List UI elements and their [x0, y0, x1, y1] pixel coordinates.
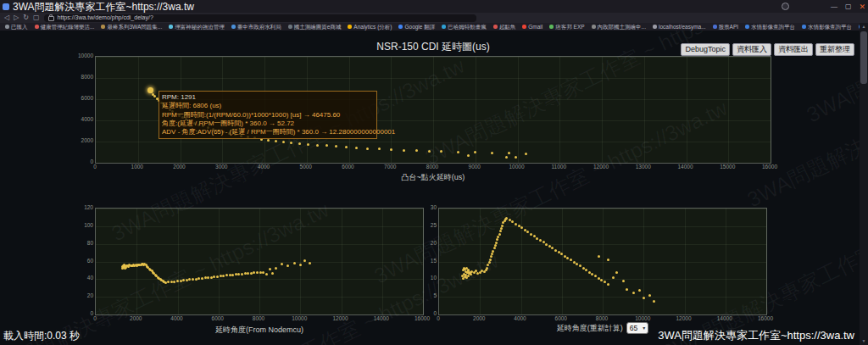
data-export-button[interactable]: 資料匯出 [774, 43, 813, 56]
bookmark-item[interactable]: Google 翻譯 [398, 24, 435, 31]
bookmark-label: 最棒系列3WA問題集... [107, 24, 162, 31]
bookmark-item[interactable]: 起點魚 [493, 24, 516, 31]
data-point [335, 145, 337, 147]
bookmark-item[interactable]: 臺中市政府水利局 [231, 24, 281, 31]
data-point [643, 297, 645, 299]
x-tick-label: 8000 [245, 315, 272, 322]
scrollbar-thumb[interactable] [860, 31, 867, 84]
data-point [536, 237, 538, 240]
data-point [520, 226, 523, 229]
right-chart-plot[interactable] [438, 208, 767, 315]
window-titlebar: 3WA問題解決專家工作室~https://3wa.tw — ▢ ✕ [0, 0, 868, 13]
data-point [626, 288, 628, 291]
bookmark-item[interactable]: 水情影像查詢平台 [745, 24, 795, 31]
bookmark-item[interactable]: 巴哈姆特動畫瘋 [442, 24, 487, 31]
maximize-button[interactable]: ▢ [845, 3, 852, 10]
data-point [403, 149, 405, 152]
scroll-up-icon[interactable]: ▲ [860, 23, 868, 31]
data-point [505, 156, 508, 159]
bookmark-item[interactable]: 水情影像查詢平台 [802, 24, 852, 31]
data-point [307, 143, 309, 146]
bookmark-favicon-icon [493, 25, 498, 29]
refresh-button[interactable]: 重新整理 [815, 43, 854, 56]
data-point [167, 281, 170, 283]
bookmark-item[interactable]: 健康管理紀錄簿樂活... [35, 24, 95, 31]
bookmark-label: 起點魚 [499, 24, 516, 31]
data-point [518, 225, 520, 227]
y-tick-label: 10000 [68, 53, 93, 59]
left-chart-plot[interactable] [95, 208, 424, 315]
x-tick-label: 5000 [292, 164, 320, 170]
data-point [612, 276, 615, 279]
data-point [515, 223, 517, 225]
y-tick-label: 0 [68, 159, 93, 165]
data-point [489, 259, 492, 261]
data-point [594, 275, 597, 277]
data-point [491, 253, 493, 255]
debugtopic-button[interactable]: DebugTopic [681, 43, 730, 56]
bookmark-item[interactable]: 最棒系列3WA問題集... [101, 24, 162, 31]
data-point [526, 231, 529, 233]
data-point [345, 146, 348, 148]
x-tick-label: 4000 [164, 315, 191, 322]
back-icon[interactable]: ◁ [4, 14, 9, 22]
bookmark-item[interactable]: 國土測繪圖資e商城 [288, 24, 342, 31]
bookmark-item[interactable]: 已匯入 [5, 24, 28, 31]
data-point [378, 147, 381, 150]
adv-select[interactable]: 65 ▾ [626, 322, 648, 334]
data-point [173, 281, 175, 283]
bookmark-favicon-icon [398, 25, 403, 29]
data-point [271, 272, 274, 275]
bookmark-item[interactable]: Gmail [522, 24, 542, 31]
bookmark-label: 痞客邦 EXP [555, 24, 584, 31]
bookmark-favicon-icon [288, 25, 292, 29]
data-point [551, 247, 554, 249]
account-icon[interactable] [782, 3, 789, 10]
data-import-button[interactable]: 資料匯入 [732, 43, 771, 56]
x-tick-label: 8000 [419, 164, 446, 170]
data-point [440, 150, 442, 153]
data-point [195, 278, 198, 281]
data-point [164, 281, 167, 284]
scroll-down-icon[interactable]: ▼ [860, 337, 868, 345]
bookmark-favicon-icon [745, 25, 749, 29]
bookmark-item[interactable]: localhost/easyma... [653, 24, 706, 31]
close-button[interactable]: ✕ [859, 3, 865, 11]
y-tick-label: 0 [411, 310, 437, 317]
bookmark-favicon-icon [35, 25, 39, 29]
url-bar[interactable]: https://3wa.tw/demo/php/cdi_delay/? [44, 14, 476, 22]
data-point [585, 269, 587, 271]
data-point [615, 271, 618, 274]
minimize-button[interactable]: — [831, 3, 837, 10]
data-point [186, 279, 188, 281]
data-point [582, 267, 585, 270]
y-tick-label: 10 [411, 275, 437, 281]
data-point [275, 267, 277, 270]
forward-icon[interactable]: ▷ [14, 14, 19, 22]
data-point [216, 275, 219, 278]
y-tick-label: 30 [411, 204, 437, 211]
data-point [545, 243, 548, 246]
data-point [579, 264, 581, 267]
data-point [275, 140, 277, 142]
x-tick-label: 13000 [630, 164, 657, 170]
bookmark-label: Analytics (分析) [353, 24, 392, 31]
scrollbar[interactable]: ▲ ▼ [860, 23, 868, 345]
bookmark-favicon-icon [442, 25, 446, 29]
y-tick-label: 20 [411, 240, 437, 247]
bookmark-item[interactable]: Analytics (分析) [348, 24, 392, 31]
data-point [180, 280, 182, 282]
bookmark-item[interactable]: 內政部國土測繪中... [592, 24, 646, 31]
x-tick-label: 2000 [122, 315, 149, 322]
data-point [309, 262, 311, 264]
bookmark-item[interactable]: 理富神秘的強迫管理 [169, 24, 225, 31]
x-tick-label: 9000 [461, 164, 488, 170]
bookmark-item[interactable]: 股票API [713, 24, 738, 31]
bookmark-favicon-icon [549, 25, 554, 29]
y-tick-label: 6000 [68, 95, 93, 102]
bookmark-item[interactable]: 痞客邦 EXP [549, 24, 584, 31]
reload-icon[interactable]: ↻ [23, 14, 29, 22]
bookmark-label: 臺中市政府水利局 [237, 24, 281, 31]
x-tick-label: 10000 [629, 315, 656, 322]
page-icon[interactable]: ▢ [33, 14, 40, 22]
